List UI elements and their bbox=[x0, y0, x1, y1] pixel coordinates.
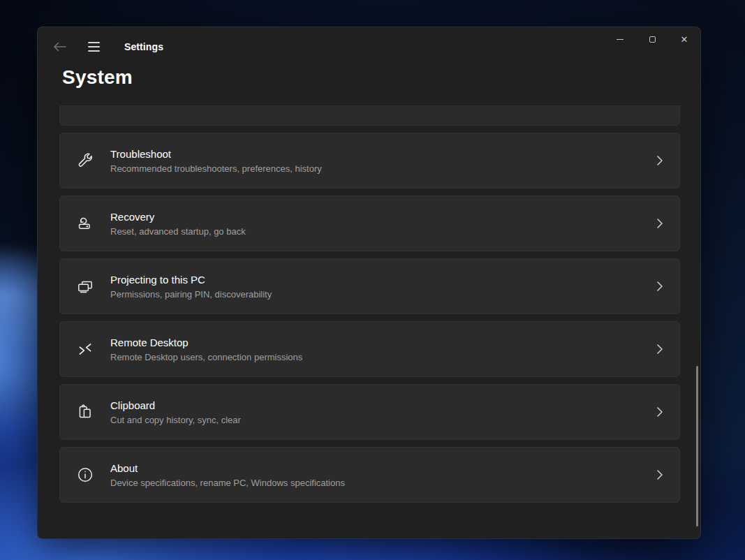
item-subtitle: Cut and copy history, sync, clear bbox=[110, 414, 657, 426]
chevron-right-icon bbox=[657, 281, 663, 291]
list-item-projecting[interactable]: Projecting to this PC Permissions, pairi… bbox=[59, 258, 680, 314]
list-item-troubleshoot[interactable]: Troubleshoot Recommended troubleshooters… bbox=[59, 133, 680, 189]
close-icon: ✕ bbox=[681, 35, 688, 44]
list-item-activation[interactable]: Activation state, subscriptions, product… bbox=[59, 105, 680, 126]
caption-buttons: ✕ bbox=[604, 27, 700, 51]
minimize-icon bbox=[617, 39, 624, 40]
item-title: Troubleshoot bbox=[110, 147, 657, 161]
chevron-right-icon bbox=[657, 407, 663, 417]
recovery-icon bbox=[76, 214, 94, 233]
info-circle-icon bbox=[76, 466, 94, 484]
hamburger-menu-icon[interactable] bbox=[81, 36, 106, 58]
list-item-clipboard[interactable]: Clipboard Cut and copy history, sync, cl… bbox=[59, 384, 680, 440]
item-title: Projecting to this PC bbox=[110, 273, 657, 286]
back-button[interactable] bbox=[49, 36, 71, 58]
minimize-button[interactable] bbox=[604, 27, 636, 51]
item-subtitle: Remote Desktop users, connection permiss… bbox=[110, 351, 657, 363]
vertical-scrollbar[interactable] bbox=[696, 366, 698, 526]
app-title: Settings bbox=[124, 27, 163, 66]
settings-window: Settings ✕ System Activation state, subs… bbox=[37, 27, 701, 539]
item-subtitle: Permissions, pairing PIN, discoverabilit… bbox=[110, 288, 657, 300]
chevron-right-icon bbox=[657, 156, 663, 165]
item-title: Recovery bbox=[110, 210, 657, 223]
item-title: Remote Desktop bbox=[110, 336, 657, 349]
projection-screens-icon bbox=[76, 277, 94, 295]
wrench-icon bbox=[76, 152, 94, 170]
maximize-button[interactable] bbox=[636, 27, 668, 51]
item-title: Clipboard bbox=[110, 399, 657, 412]
item-subtitle: Device specifications, rename PC, Window… bbox=[110, 477, 657, 489]
chevron-right-icon bbox=[657, 219, 663, 228]
settings-list-viewport: Activation state, subscriptions, product… bbox=[38, 105, 700, 538]
list-item-recovery[interactable]: Recovery Reset, advanced startup, go bac… bbox=[59, 196, 680, 251]
item-subtitle: Recommended troubleshooters, preferences… bbox=[110, 163, 657, 175]
remote-desktop-icon bbox=[76, 340, 94, 358]
page-title: System bbox=[62, 66, 133, 89]
item-title: About bbox=[110, 462, 657, 475]
back-arrow-icon bbox=[53, 42, 67, 52]
chevron-right-icon bbox=[657, 470, 663, 480]
settings-list: Activation state, subscriptions, product… bbox=[38, 105, 700, 503]
list-item-about[interactable]: About Device specifications, rename PC, … bbox=[59, 447, 680, 503]
titlebar: Settings ✕ bbox=[38, 27, 700, 66]
list-item-remote-desktop[interactable]: Remote Desktop Remote Desktop users, con… bbox=[59, 321, 680, 377]
maximize-icon bbox=[649, 36, 656, 43]
chevron-right-icon bbox=[657, 344, 663, 354]
item-subtitle: Reset, advanced startup, go back bbox=[110, 226, 657, 237]
close-button[interactable]: ✕ bbox=[668, 27, 700, 51]
clipboard-icon bbox=[76, 403, 94, 421]
